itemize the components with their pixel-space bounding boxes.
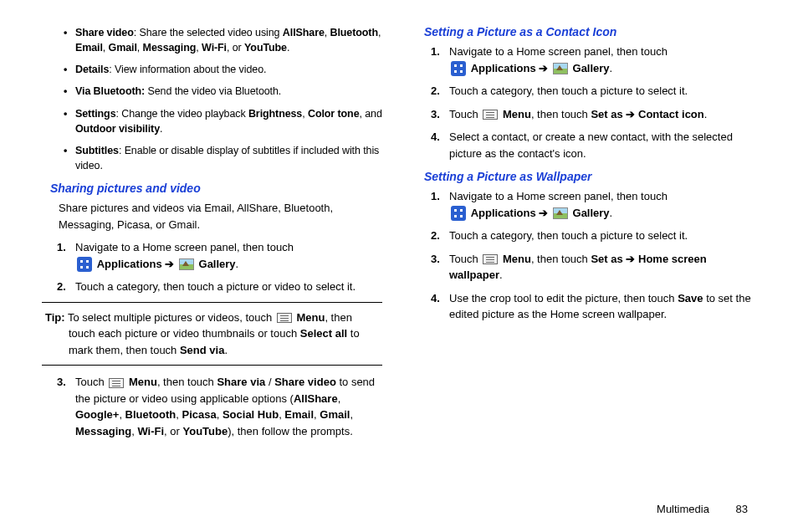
step-2: 2.Touch a category, then touch a picture… (449, 83, 756, 100)
gallery-icon (553, 207, 568, 219)
menu-icon (483, 254, 498, 264)
step-1: 1. Navigate to a Home screen panel, then… (75, 239, 382, 272)
bullet-details: Details: View information about the vide… (75, 62, 382, 77)
step-3: 3. Touch Menu, then touch Set as ➔ Home … (449, 251, 756, 284)
menu-icon (109, 378, 124, 388)
menu-icon (277, 313, 292, 323)
bullet-share-video: Share video: Share the selected video us… (75, 25, 382, 55)
menu-icon (483, 110, 498, 120)
heading-sharing: Sharing pictures and video (50, 182, 382, 195)
page-footer: Multimedia 83 (657, 503, 748, 515)
right-column: Setting a Picture as a Contact Icon 1. N… (416, 25, 756, 446)
heading-wallpaper: Setting a Picture as Wallpaper (424, 170, 756, 183)
video-options-list: Share video: Share the selected video us… (42, 25, 382, 173)
step-1: 1. Navigate to a Home screen panel, then… (449, 188, 756, 221)
step-2: 2.Touch a category, then touch a picture… (449, 228, 756, 244)
step-3: 3. Touch Menu, then touch Share via / Sh… (75, 374, 382, 439)
applications-icon (451, 61, 466, 76)
left-column: Share video: Share the selected video us… (42, 25, 382, 446)
step-4: 4. Use the crop tool to edit the picture… (449, 290, 756, 323)
contact-icon-steps: 1. Navigate to a Home screen panel, then… (416, 43, 756, 161)
bullet-via-bluetooth: Via Bluetooth: Send the video via Blueto… (75, 84, 382, 99)
bullet-settings: Settings: Change the video playback Brig… (75, 106, 382, 136)
sharing-steps-b: 3. Touch Menu, then touch Share via / Sh… (42, 374, 382, 439)
sharing-steps-a: 1. Navigate to a Home screen panel, then… (42, 239, 382, 295)
applications-icon (451, 206, 466, 221)
intro-sharing: Share pictures and videos via Email, All… (59, 200, 382, 233)
section-name: Multimedia (657, 503, 709, 515)
page-columns: Share video: Share the selected video us… (42, 25, 756, 446)
step-1: 1. Navigate to a Home screen panel, then… (449, 43, 756, 76)
applications-icon (77, 257, 92, 272)
gallery-icon (179, 258, 194, 270)
step-3: 3. Touch Menu, then touch Set as ➔ Conta… (449, 106, 756, 123)
gallery-icon (553, 63, 568, 74)
page-number: 83 (736, 503, 748, 515)
heading-contact-icon: Setting a Picture as a Contact Icon (424, 25, 756, 38)
step-2: 2. Touch a category, then touch a pictur… (75, 279, 382, 295)
tip-box: Tip: To select multiple pictures or vide… (42, 302, 382, 366)
step-4: 4.Select a contact, or create a new cont… (449, 129, 756, 161)
wallpaper-steps: 1. Navigate to a Home screen panel, then… (416, 188, 756, 323)
bullet-subtitles: Subtitles: Enable or disable display of … (75, 143, 382, 173)
